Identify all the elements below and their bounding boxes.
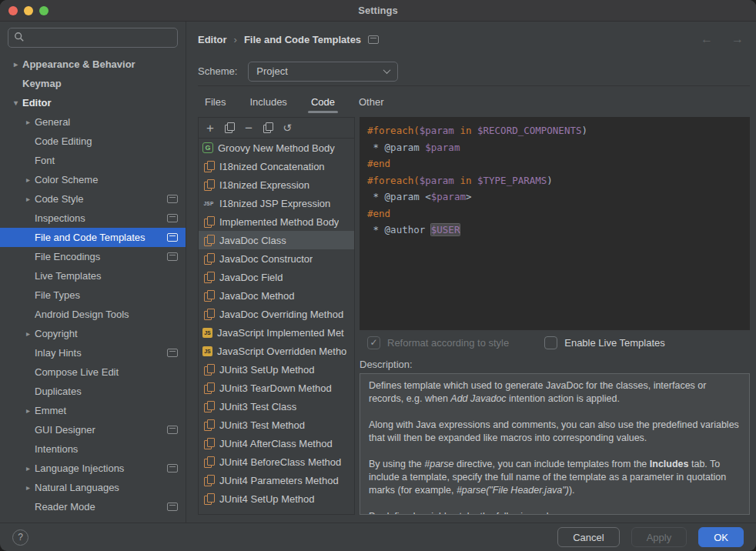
chevron-right-icon[interactable] [22, 406, 35, 415]
template-item-junit4-afterclass-method[interactable]: JUnit4 AfterClass Method [199, 434, 354, 452]
template-item-junit4-beforeclass-method[interactable]: JUnit4 BeforeClass Method [199, 452, 354, 471]
code-line: * @param $param [367, 139, 742, 156]
template-item-javascript-overridden-metho[interactable]: JavaScript Overridden Metho [199, 342, 354, 360]
template-item-junit4-parameters-method[interactable]: JUnit4 Parameters Method [199, 471, 354, 489]
tab-includes[interactable]: Includes [248, 86, 288, 117]
template-item-javadoc-class[interactable]: JavaDoc Class [199, 231, 354, 249]
chevron-right-icon[interactable] [22, 195, 35, 203]
chevron-down-icon[interactable] [9, 99, 22, 107]
settings-content: Editor › File and Code Templates Scheme:… [186, 22, 756, 523]
sidebar-item-compose-live-edit[interactable]: Compose Live Edit [0, 362, 186, 382]
sidebar-item-label: Live Templates [35, 270, 178, 282]
scheme-select[interactable]: Project [248, 62, 398, 82]
groovy-icon [202, 142, 213, 153]
template-item-javadoc-constructor[interactable]: JavaDoc Constructor [199, 249, 354, 268]
template-item-junit3-teardown-method[interactable]: JUnit3 TearDown Method [199, 379, 354, 397]
template-item-junit4-setup-method[interactable]: JUnit4 SetUp Method [199, 489, 354, 508]
description-box: Defines template which used to generate … [360, 373, 750, 515]
copy-icon[interactable] [222, 120, 237, 135]
template-item-implemented-method-body[interactable]: Implemented Method Body [199, 212, 354, 231]
template-item-junit3-test-class[interactable]: JUnit3 Test Class [199, 397, 354, 416]
chevron-right-icon[interactable] [22, 464, 35, 473]
ok-button[interactable]: OK [698, 527, 744, 547]
sidebar-item-file-types[interactable]: File Types [0, 286, 186, 305]
chevron-right-icon[interactable] [22, 483, 35, 492]
sidebar-item-file-and-code-templates[interactable]: File and Code Templates [0, 228, 186, 247]
template-item-i18nized-jsp-expression[interactable]: I18nized JSP Expression [199, 194, 354, 212]
window-controls [8, 0, 49, 21]
revert-icon[interactable] [279, 120, 295, 135]
sidebar-item-color-scheme[interactable]: Color Scheme [0, 170, 186, 189]
back-icon[interactable] [701, 33, 713, 45]
checkbox-enable-live-templates[interactable]: Enable Live Templates [544, 336, 665, 349]
sidebar-item-editor[interactable]: Editor [0, 93, 186, 112]
sidebar-item-label: Color Scheme [35, 174, 178, 185]
sidebar-item-keymap[interactable]: Keymap [0, 74, 186, 93]
breadcrumb-editor[interactable]: Editor [198, 34, 227, 45]
template-item-javadoc-overriding-method[interactable]: JavaDoc Overriding Method [199, 305, 354, 323]
template-item-groovy-new-method-body[interactable]: Groovy New Method Body [199, 139, 354, 157]
template-item-javadoc-method[interactable]: JavaDoc Method [199, 286, 354, 305]
search-box[interactable] [8, 28, 178, 48]
sidebar-item-file-encodings[interactable]: File Encodings [0, 247, 186, 266]
code-token: $param [420, 125, 454, 136]
sidebar-item-intentions[interactable]: Intentions [0, 439, 186, 459]
sidebar-item-gui-designer[interactable]: GUI Designer [0, 420, 186, 439]
sidebar-item-inspections[interactable]: Inspections [0, 209, 186, 228]
checkbox-reformat-according-to-style[interactable]: Reformat according to style [367, 336, 509, 349]
sidebar-item-appearance-behavior[interactable]: Appearance & Behavior [0, 55, 186, 74]
checkbox-label: Reformat according to style [387, 337, 509, 349]
chevron-right-icon[interactable] [9, 60, 22, 68]
sidebar-item-general[interactable]: General [0, 112, 186, 132]
chevron-right-icon[interactable] [22, 118, 35, 126]
template-item-i18nized-concatenation[interactable]: I18nized Concatenation [199, 157, 354, 175]
sidebar-item-emmet[interactable]: Emmet [0, 401, 186, 420]
screen-icon [167, 426, 178, 434]
sidebar-item-android-design-tools[interactable]: Android Design Tools [0, 305, 186, 324]
sidebar-item-language-injections[interactable]: Language Injections [0, 459, 186, 478]
checkbox-icon[interactable] [544, 336, 557, 349]
sidebar-item-inlay-hints[interactable]: Inlay Hints [0, 343, 186, 362]
close-button[interactable] [8, 6, 18, 15]
chevron-right-icon[interactable] [22, 329, 35, 338]
sidebar-item-duplicates[interactable]: Duplicates [0, 382, 186, 401]
template-item-i18nized-expression[interactable]: I18nized Expression [199, 175, 354, 194]
template-icon [202, 382, 215, 394]
template-item-junit3-test-method[interactable]: JUnit3 Test Method [199, 416, 354, 434]
apply-button[interactable]: Apply [631, 527, 687, 547]
tab-code[interactable]: Code [309, 86, 336, 117]
zoom-button[interactable] [39, 6, 49, 15]
sidebar-item-code-editing[interactable]: Code Editing [0, 132, 186, 151]
add-icon[interactable] [202, 120, 218, 135]
sidebar-item-copyright[interactable]: Copyright [0, 324, 186, 343]
sidebar-item-code-style[interactable]: Code Style [0, 189, 186, 209]
tab-files[interactable]: Files [203, 86, 227, 117]
history-navigation [701, 33, 750, 45]
template-item-javadoc-field[interactable]: JavaDoc Field [199, 268, 354, 286]
settings-search-input[interactable] [29, 32, 172, 44]
template-item-junit3-setup-method[interactable]: JUnit3 SetUp Method [199, 360, 354, 379]
chevron-right-icon[interactable] [22, 175, 35, 184]
forward-icon[interactable] [731, 33, 744, 45]
code-token: #foreach( [367, 175, 420, 186]
duplicate-icon[interactable] [260, 120, 276, 135]
sidebar-item-reader-mode[interactable]: Reader Mode [0, 497, 186, 516]
template-list: Groovy New Method BodyI18nized Concatena… [199, 139, 354, 514]
tab-other[interactable]: Other [357, 86, 386, 117]
jsp-icon [202, 197, 215, 209]
cancel-button[interactable]: Cancel [557, 527, 619, 547]
help-button[interactable]: ? [12, 529, 28, 546]
template-code-editor[interactable]: #foreach($param in $RECORD_COMPONENTS) *… [360, 117, 750, 330]
template-item-label: JUnit4 Parameters Method [219, 475, 339, 486]
sidebar-item-font[interactable]: Font [0, 151, 186, 170]
template-item-javascript-implemented-met[interactable]: JavaScript Implemented Met [199, 323, 354, 342]
checkbox-icon[interactable] [367, 336, 380, 349]
screen-icon [167, 349, 178, 357]
code-line: #foreach($param in $TYPE_PARAMS) [367, 172, 742, 189]
remove-icon[interactable] [241, 120, 256, 135]
description-text: #parse("File Header.java") [457, 485, 569, 496]
sidebar-item-natural-languages[interactable]: Natural Languages [0, 478, 186, 497]
description-text: Predefined variables take the following … [369, 511, 567, 515]
minimize-button[interactable] [24, 6, 33, 15]
sidebar-item-live-templates[interactable]: Live Templates [0, 266, 186, 286]
